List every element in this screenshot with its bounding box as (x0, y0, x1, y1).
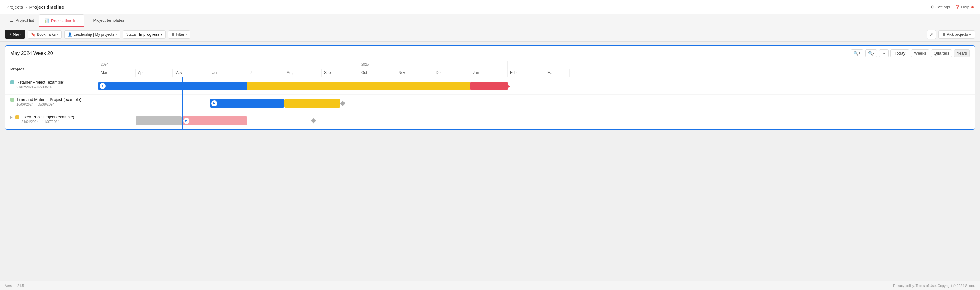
weeks-button[interactable]: Weeks (911, 50, 929, 57)
month-dec: Dec (433, 69, 471, 77)
tab-project-list[interactable]: ☰ Project list (5, 14, 39, 27)
breadcrumb-root[interactable]: Projects (6, 4, 23, 10)
bookmark-icon: 🔖 (31, 32, 36, 37)
gantt-bar-retainer-yellow[interactable] (247, 82, 471, 90)
timeline-week-label: Week 20 (33, 51, 53, 56)
chevron-down-icon: ▾ (160, 32, 162, 37)
gantt-area: 2024 2025 Mar Apr May Jun Jul Aug Sep Oc… (98, 61, 975, 130)
project-dates: 27/02/2024 – 03/03/2025 (16, 85, 93, 89)
bar-end-arrow: ▶ (507, 83, 511, 88)
toolbar: + New 🔖 Bookmarks ▾ 👤 Leadership | My pr… (0, 27, 980, 42)
timeline-header: May 2024 Week 20 🔍+ 🔍- ↔ Today Weeks Qua… (5, 46, 975, 61)
project-dates: 24/04/2024 – 11/07/2024 (21, 120, 93, 123)
month-row: Mar Apr May Jun Jul Aug Sep Oct Nov Dec … (98, 69, 975, 77)
timeline-tab-icon: 📊 (45, 18, 49, 23)
bar-row-time-material: ▶ (98, 95, 975, 112)
years-button[interactable]: Years (954, 50, 970, 57)
month-jun: Jun (210, 69, 247, 77)
play-icon: ▶ (100, 83, 106, 89)
fit-icon: ↔ (882, 51, 886, 56)
month-nov: Nov (396, 69, 433, 77)
status-label-text: Status: (126, 32, 138, 37)
toolbar-left: + New 🔖 Bookmarks ▾ 👤 Leadership | My pr… (5, 30, 191, 38)
filter-icon: ⊞ (172, 32, 175, 37)
tab-project-timeline[interactable]: 📊 Project timeline (39, 14, 84, 27)
milestone-tm (340, 101, 345, 106)
topbar-actions: ⚙ Settings ❓ Help (931, 5, 974, 9)
gantt-bar-retainer-red[interactable] (471, 82, 508, 90)
leadership-filter-button[interactable]: 👤 Leadership | My projects ▾ (64, 30, 120, 38)
today-button[interactable]: Today (890, 50, 909, 57)
project-color-time-material (10, 98, 14, 101)
bar-row-retainer: ▶ ▶ (98, 77, 975, 95)
breadcrumb-separator: › (25, 5, 27, 10)
expand-icon[interactable]: ▶ (10, 115, 13, 119)
user-icon: 👤 (68, 32, 72, 37)
month-mar2: Ma (545, 69, 570, 77)
month-jul: Jul (247, 69, 285, 77)
project-column: Project Retainer Project (example) 27/02… (5, 61, 98, 130)
today-line (182, 112, 183, 130)
bookmarks-label: Bookmarks (37, 32, 56, 37)
gantt-bar-fp-pink[interactable]: ▶ (182, 117, 247, 125)
project-dates: 16/06/2024 – 15/09/2024 (16, 103, 93, 106)
zoom-out-button[interactable]: 🔍- (865, 50, 877, 57)
tab-label: Project templates (93, 18, 124, 22)
quarters-button[interactable]: Quarters (931, 50, 952, 57)
project-row: Time and Material Project (example) 16/0… (5, 95, 98, 112)
settings-button[interactable]: ⚙ Settings (931, 5, 950, 9)
templates-icon: ≡ (89, 18, 91, 22)
project-info-retainer: Retainer Project (example) 27/02/2024 – … (16, 80, 93, 89)
project-info-time-material: Time and Material Project (example) 16/0… (16, 97, 93, 106)
timeline-title: May 2024 Week 20 (10, 51, 53, 56)
toolbar-right: ⤢ ⊞ Pick projects ▾ (927, 30, 975, 39)
tabs-bar: ☰ Project list 📊 Project timeline ≡ Proj… (0, 14, 980, 27)
status-value: In progress (139, 32, 159, 37)
gantt-bar-fp-grey[interactable] (135, 117, 182, 125)
month-may: May (173, 69, 210, 77)
bookmarks-button[interactable]: 🔖 Bookmarks ▾ (28, 30, 62, 38)
chevron-down-icon: ▾ (185, 33, 187, 36)
gantt-bar-tm-blue[interactable]: ▶ (210, 99, 285, 108)
project-name[interactable]: Time and Material Project (example) (16, 97, 93, 102)
pick-projects-label: Pick projects (947, 32, 968, 37)
expand-button[interactable]: ⤢ (927, 30, 936, 39)
year-2024: 2024 (98, 61, 359, 69)
fit-button[interactable]: ↔ (879, 50, 889, 57)
project-color-retainer (10, 80, 14, 84)
zoom-out-icon: 🔍- (868, 51, 874, 56)
today-line (182, 77, 183, 95)
gantt-bar-retainer-blue[interactable]: ▶ (98, 82, 247, 90)
project-name[interactable]: Retainer Project (example) (16, 80, 93, 85)
year-2025: 2025 (359, 61, 508, 69)
timeline-controls: 🔍+ 🔍- ↔ Today Weeks Quarters Years (851, 50, 970, 57)
today-line (182, 95, 183, 112)
timeline-body: Project Retainer Project (example) 27/02… (5, 61, 975, 130)
chevron-down-icon: ▾ (969, 32, 971, 37)
tab-project-templates[interactable]: ≡ Project templates (84, 14, 129, 27)
tab-label: Project timeline (51, 18, 79, 23)
gantt-bar-tm-yellow[interactable] (285, 99, 340, 108)
pick-projects-button[interactable]: ⊞ Pick projects ▾ (939, 30, 975, 38)
project-name[interactable]: Fixed Price Project (example) (21, 115, 93, 119)
milestone-fp (311, 118, 316, 123)
month-aug: Aug (285, 69, 321, 77)
filter-button[interactable]: ⊞ Filter ▾ (168, 30, 191, 38)
top-bar: Projects › Project timeline ⚙ Settings ❓… (0, 0, 980, 14)
grid-icon: ⊞ (942, 32, 946, 37)
status-filter-button[interactable]: Status: In progress ▾ (123, 30, 166, 38)
project-info-fixed-price: Fixed Price Project (example) 24/04/2024… (21, 115, 93, 123)
bar-row-fixed-price: ▶ (98, 112, 975, 130)
help-button[interactable]: ❓ Help (955, 5, 974, 9)
zoom-in-button[interactable]: 🔍+ (851, 50, 864, 57)
timeline-month-year: May 2024 (10, 51, 32, 56)
month-sep: Sep (321, 69, 359, 77)
new-button[interactable]: + New (5, 30, 25, 38)
leadership-label: Leadership | My projects (73, 32, 114, 37)
project-color-fixed-price (15, 115, 19, 119)
gantt-scroll: 2024 2025 Mar Apr May Jun Jul Aug Sep Oc… (98, 61, 975, 130)
timeline-container: May 2024 Week 20 🔍+ 🔍- ↔ Today Weeks Qua… (5, 45, 975, 130)
tab-label: Project list (16, 18, 34, 22)
page-title: Project timeline (29, 4, 64, 10)
month-jan: Jan (471, 69, 508, 77)
